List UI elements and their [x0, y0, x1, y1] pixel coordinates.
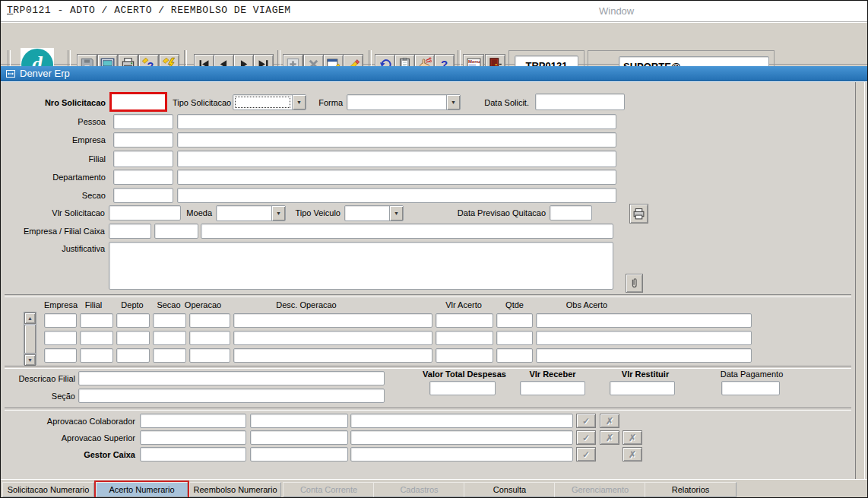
empresa-caixa-input[interactable]	[109, 224, 151, 239]
grid-cell-input[interactable]	[44, 331, 77, 345]
grid-cell-input[interactable]	[116, 348, 150, 363]
filial-caixa-input[interactable]	[154, 224, 198, 239]
descricao-filial-input[interactable]	[78, 371, 385, 385]
secao-code-input[interactable]	[113, 188, 173, 203]
label-vlr-receber: Vlr Receber	[507, 370, 598, 379]
aprovacao-superior-field-1[interactable]	[140, 430, 246, 445]
data-pagamento-input[interactable]	[721, 381, 780, 395]
mdi-title: Denver Erp	[20, 68, 70, 79]
grid-cell-input[interactable]	[80, 331, 113, 345]
tab-reembolso-numerario[interactable]: Reembolso Numerario	[189, 482, 281, 497]
grid-cell-input[interactable]	[153, 348, 186, 363]
empresa-desc-input[interactable]	[177, 132, 616, 147]
grid-cell-input[interactable]	[44, 313, 77, 328]
grid-cell-input[interactable]	[44, 348, 77, 363]
chevron-down-icon[interactable]: ▼	[292, 95, 306, 109]
label-nro-solicitacao: Nro Solicitacao	[16, 98, 106, 107]
x-icon: ✗	[629, 449, 636, 460]
label-empresa-filial-caixa: Empresa / Filial Caixa	[16, 227, 105, 236]
forma-select[interactable]: ▼	[347, 94, 461, 110]
grid-header-qtde: Qtde	[505, 300, 524, 309]
tab-solicitacao-numerario[interactable]: Solicitacao Numerario	[2, 482, 94, 497]
grid-cell-input[interactable]	[153, 331, 186, 345]
vlr-solicitacao-input[interactable]	[109, 205, 181, 220]
grid-cell-input[interactable]	[436, 348, 493, 363]
grid-scrollbar[interactable]: ▲ ▼	[24, 312, 36, 365]
grid-cell-input[interactable]	[496, 348, 533, 363]
grid-cell-input[interactable]	[536, 331, 752, 345]
grid-cell-input[interactable]	[536, 313, 752, 328]
mdi-title-bar[interactable]: Denver Erp	[1, 66, 867, 81]
tab-consulta[interactable]: Consulta	[464, 482, 556, 497]
grid-cell-input[interactable]	[116, 313, 150, 328]
grid-cell-input[interactable]	[233, 331, 432, 345]
scroll-up-icon[interactable]: ▲	[24, 312, 36, 324]
justificativa-textarea[interactable]	[109, 242, 613, 290]
data-previsao-quitacao-input[interactable]	[550, 205, 592, 220]
departamento-code-input[interactable]	[113, 170, 173, 185]
nro-solicitacao-input[interactable]	[109, 92, 167, 112]
pessoa-code-input[interactable]	[113, 114, 173, 129]
grid-cell-input[interactable]	[233, 348, 432, 363]
scrollbar-thumb[interactable]	[24, 325, 36, 354]
approve-colaborador-button: ✓	[576, 414, 596, 428]
grid-cell-input[interactable]	[536, 348, 752, 363]
grid-header-vlr-acerto: Vlr Acerto	[445, 300, 482, 309]
vlr-receber-input[interactable]	[520, 381, 585, 395]
filial-desc-input[interactable]	[177, 151, 616, 167]
aprovacao-colaborador-field-3[interactable]	[350, 414, 573, 428]
aprovacao-colaborador-field-1[interactable]	[140, 414, 246, 428]
attachment-button[interactable]	[626, 274, 643, 293]
grid-cell-input[interactable]	[80, 348, 113, 363]
caixa-desc-input[interactable]	[201, 224, 613, 239]
app-window: TRP0121 - ADTO / ACERTO / REEMBOLSO DE V…	[0, 0, 868, 498]
grid-cell-input[interactable]	[233, 313, 432, 328]
menu-window[interactable]: Window	[599, 5, 634, 17]
grid-cell-input[interactable]	[80, 313, 113, 328]
grid-cell-input[interactable]	[116, 331, 150, 345]
form-scrollbar-track[interactable]	[855, 82, 865, 480]
scroll-down-icon[interactable]: ▼	[24, 354, 36, 366]
grid-cell-input[interactable]	[436, 331, 493, 345]
secao-desc-input[interactable]	[177, 188, 616, 203]
tipo-veiculo-select[interactable]: ▼	[344, 205, 404, 221]
grid-cell-input[interactable]	[189, 348, 230, 363]
grid-cell-input[interactable]	[153, 313, 186, 328]
departamento-desc-input[interactable]	[177, 170, 616, 185]
tipo-solicitacao-value	[233, 95, 292, 109]
gestor-caixa-field-2[interactable]	[250, 447, 348, 462]
grid-cell-input[interactable]	[436, 313, 493, 328]
aprovacao-superior-field-3[interactable]	[350, 430, 573, 445]
chevron-down-icon[interactable]: ▼	[389, 206, 403, 220]
print-icon	[632, 208, 645, 220]
secao-desc-total-input[interactable]	[78, 389, 385, 403]
tipo-solicitacao-select[interactable]: ▼	[233, 94, 306, 110]
tab-bar: Solicitacao Numerario Acerto Numerario R…	[1, 479, 867, 498]
vlr-restituir-input[interactable]	[610, 381, 675, 395]
aprovacao-colaborador-field-2[interactable]	[250, 414, 348, 428]
grid-cell-input[interactable]	[496, 313, 533, 328]
chevron-down-icon[interactable]: ▼	[271, 206, 285, 220]
tab-cadastros: Cadastros	[373, 482, 465, 497]
empresa-code-input[interactable]	[113, 132, 173, 147]
aprovacao-superior-field-2[interactable]	[250, 430, 348, 445]
tab-acerto-numerario[interactable]: Acerto Numerario	[96, 482, 188, 497]
check-icon: ✓	[582, 416, 590, 427]
label-justificativa: Justificativa	[16, 244, 105, 253]
data-solicit-input[interactable]	[535, 94, 625, 110]
approve-gestor-button: ✓	[576, 447, 596, 462]
chevron-down-icon[interactable]: ▼	[446, 95, 460, 109]
grid-cell-input[interactable]	[496, 331, 533, 345]
svg-text:Menu: Menu	[468, 59, 480, 64]
grid-cell-input[interactable]	[189, 331, 230, 345]
grid-cell-input[interactable]	[189, 313, 230, 328]
moeda-select[interactable]: ▼	[216, 205, 286, 221]
pessoa-desc-input[interactable]	[177, 114, 616, 129]
print-request-button[interactable]	[629, 204, 648, 224]
tab-relatorios[interactable]: Relatorios	[645, 482, 737, 497]
filial-code-input[interactable]	[113, 151, 173, 167]
gestor-caixa-field-1[interactable]	[140, 447, 246, 462]
gestor-caixa-field-3[interactable]	[350, 447, 573, 462]
valor-total-despesas-input[interactable]	[429, 381, 496, 395]
approve-superior-button: ✓	[576, 430, 596, 445]
